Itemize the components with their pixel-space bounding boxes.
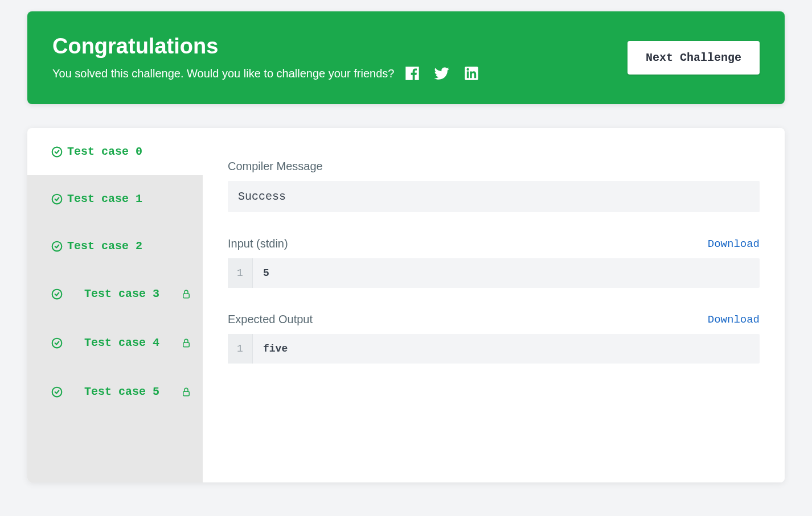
lock-icon — [181, 289, 191, 299]
banner-sub-row: You solved this challenge. Would you lik… — [52, 65, 628, 81]
input-download-link[interactable]: Download — [708, 238, 760, 250]
svg-rect-4 — [183, 294, 190, 298]
check-icon — [51, 288, 63, 300]
facebook-icon[interactable] — [404, 65, 420, 81]
output-header: Expected Output Download — [228, 313, 760, 326]
compiler-message-label: Compiler Message — [228, 160, 760, 173]
testcase-4[interactable]: Test case 4 — [27, 319, 203, 368]
svg-rect-6 — [183, 342, 190, 347]
banner-subtitle: You solved this challenge. Would you lik… — [52, 67, 394, 80]
output-download-link[interactable]: Download — [708, 313, 760, 326]
banner-title: Congratulations — [52, 34, 628, 59]
output-label: Expected Output — [228, 313, 313, 326]
linkedin-icon[interactable] — [464, 65, 479, 81]
testcase-1[interactable]: Test case 1 — [27, 175, 203, 222]
testcase-2[interactable]: Test case 2 — [27, 222, 203, 270]
input-label: Input (stdin) — [228, 237, 288, 250]
banner-content: Congratulations You solved this challeng… — [52, 34, 628, 81]
twitter-icon[interactable] — [434, 65, 450, 81]
results-container: Test case 0 Test case 1 Test case 2 Test… — [27, 128, 785, 482]
output-content: five — [253, 334, 298, 364]
check-icon — [51, 386, 63, 398]
check-icon — [51, 146, 63, 158]
compiler-message-value: Success — [228, 181, 760, 212]
input-block: 1 5 — [228, 258, 760, 288]
testcase-label: Test case 1 — [67, 192, 191, 205]
input-content: 5 — [253, 258, 280, 288]
line-number: 1 — [228, 334, 253, 364]
check-icon — [51, 241, 63, 252]
lock-icon — [181, 387, 191, 397]
testcase-5[interactable]: Test case 5 — [27, 368, 203, 416]
testcase-sidebar[interactable]: Test case 0 Test case 1 Test case 2 Test… — [27, 128, 203, 482]
congratulations-banner: Congratulations You solved this challeng… — [27, 11, 785, 104]
result-detail: Compiler Message Success Input (stdin) D… — [203, 128, 785, 482]
check-icon — [51, 193, 63, 205]
output-block: 1 five — [228, 334, 760, 364]
testcase-label: Test case 4 — [67, 336, 177, 350]
check-icon — [51, 337, 63, 349]
testcase-label: Test case 5 — [67, 385, 177, 399]
svg-rect-8 — [183, 391, 190, 396]
next-challenge-button[interactable]: Next Challenge — [628, 41, 760, 75]
social-icons — [404, 65, 479, 81]
testcase-3[interactable]: Test case 3 — [27, 270, 203, 319]
testcase-label: Test case 3 — [67, 287, 177, 302]
lock-icon — [181, 338, 191, 348]
input-header: Input (stdin) Download — [228, 237, 760, 250]
testcase-0[interactable]: Test case 0 — [27, 128, 203, 175]
line-number: 1 — [228, 258, 253, 288]
testcase-label: Test case 0 — [67, 145, 191, 158]
testcase-label: Test case 2 — [67, 240, 191, 253]
